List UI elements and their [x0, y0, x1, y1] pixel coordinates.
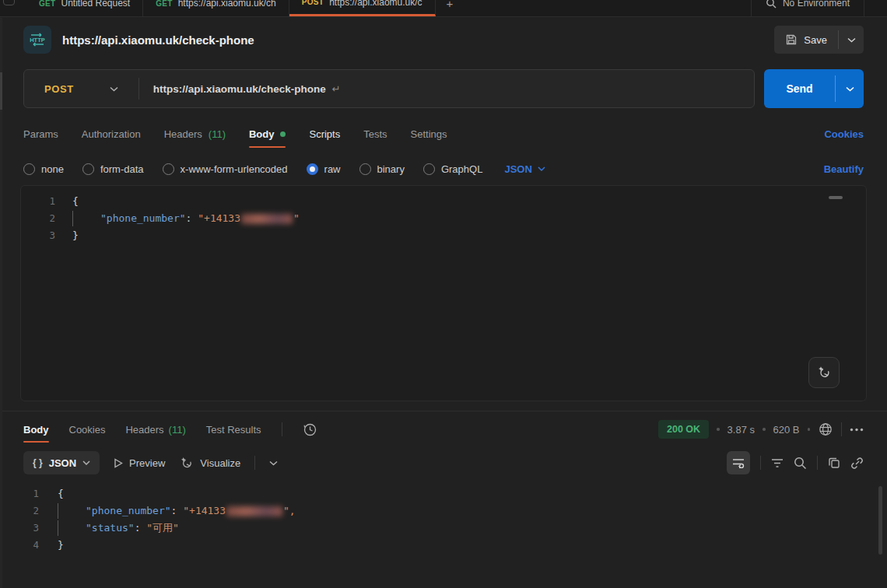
search-icon: [766, 0, 777, 9]
indent-guide: [58, 503, 58, 519]
headers-count-badge: (11): [209, 128, 226, 140]
body-type-graphql[interactable]: GraphQL: [423, 163, 482, 175]
raw-language-value: JSON: [504, 163, 531, 175]
radio-icon: [23, 163, 35, 175]
code-token: }: [58, 539, 64, 551]
postbot-button[interactable]: [808, 357, 840, 388]
raw-language-select[interactable]: JSON: [504, 163, 545, 175]
tab-body-active[interactable]: Body: [249, 115, 286, 152]
response-tab-body[interactable]: Body: [23, 424, 49, 436]
body-type-urlencoded[interactable]: x-www-form-urlencoded: [163, 163, 288, 175]
preview-button[interactable]: Preview: [114, 457, 165, 469]
visualize-label: Visualize: [200, 457, 240, 469]
tab-scripts[interactable]: Scripts: [309, 115, 340, 152]
response-body-editor[interactable]: 1 { 2 "phone_number": "+14133", 3 "statu…: [0, 478, 887, 554]
send-button[interactable]: Send: [764, 69, 835, 108]
response-tab-headers[interactable]: Headers (11): [125, 424, 185, 436]
tab-authorization[interactable]: Authorization: [82, 115, 141, 152]
response-tab-test-results[interactable]: Test Results: [206, 424, 261, 436]
meta-divider: [841, 422, 842, 436]
editor-scrollbar-handle[interactable]: [829, 196, 843, 199]
svg-text:HTTP: HTTP: [30, 37, 45, 44]
body-type-raw-selected[interactable]: raw: [307, 163, 341, 175]
tab-params[interactable]: Params: [23, 115, 58, 152]
body-has-content-dot: [280, 131, 286, 137]
line-number: 1: [21, 193, 55, 210]
body-type-row: none form-data x-www-form-urlencoded raw…: [0, 152, 887, 185]
environment-selector[interactable]: No Environment: [751, 0, 864, 16]
url-input[interactable]: https://api.xiaomu.uk/check-phone↵: [153, 83, 341, 95]
tab-settings[interactable]: Settings: [411, 115, 447, 152]
response-scrollbar[interactable]: [878, 486, 882, 555]
preview-play-icon: [114, 458, 123, 468]
icons-divider: [760, 456, 761, 470]
code-token: }: [72, 229, 79, 241]
copy-icon[interactable]: [828, 457, 840, 469]
request-config-tabs: Params Authorization Headers (11) Body S…: [0, 115, 887, 152]
toolbar-divider: [282, 422, 282, 436]
network-globe-icon[interactable]: [818, 422, 833, 437]
save-options-chevron-down-icon[interactable]: [839, 26, 864, 54]
visualize-button[interactable]: Visualize: [179, 456, 240, 471]
body-type-label: binary: [377, 163, 405, 175]
response-headers-label: Headers: [125, 424, 163, 436]
line-number: 2: [21, 210, 55, 227]
response-view-row: { } JSON Preview: [0, 447, 887, 478]
line-number: 3: [21, 227, 55, 244]
topbar-right-edge: [864, 0, 887, 16]
sidebar-toggle-icon[interactable]: [3, 0, 15, 5]
body-type-form-data[interactable]: form-data: [82, 163, 144, 175]
view-options-chevron-down-icon[interactable]: [269, 460, 278, 466]
method-chevron-down-icon[interactable]: [110, 86, 118, 92]
url-enter-glyph: ↵: [332, 83, 341, 95]
request-body-editor[interactable]: 1 { 2 "phone_number": "+14133" 3 }: [20, 185, 867, 401]
braces-icon: { }: [33, 457, 43, 468]
response-time[interactable]: 3.87 s: [727, 424, 755, 436]
status-badge[interactable]: 200 OK: [658, 420, 709, 439]
filter-icon[interactable]: [771, 458, 784, 468]
request-title: https://api.xiaomu.uk/check-phone: [62, 33, 254, 47]
request-tab-1[interactable]: GET Untitled Request: [26, 0, 143, 16]
response-action-icons: [727, 451, 864, 474]
separator-dot: [763, 428, 766, 431]
response-format-select[interactable]: { } JSON: [23, 451, 100, 474]
redacted-phone-digits: [241, 214, 293, 224]
word-wrap-toggle[interactable]: [727, 451, 750, 474]
tab-tests[interactable]: Tests: [363, 115, 387, 152]
send-options-chevron-down-icon[interactable]: [836, 69, 864, 108]
tab-headers[interactable]: Headers (11): [164, 115, 226, 152]
search-response-icon[interactable]: [794, 457, 807, 470]
save-button[interactable]: Save: [774, 26, 838, 54]
radio-icon: [82, 163, 94, 175]
body-type-binary[interactable]: binary: [359, 163, 405, 175]
environment-label: No Environment: [783, 0, 850, 9]
sidebar-scroll-handle[interactable]: [0, 72, 2, 110]
new-tab-button[interactable]: +: [436, 0, 465, 16]
url-row: POST https://api.xiaomu.uk/check-phone↵ …: [0, 62, 887, 115]
view-divider: [254, 456, 255, 470]
request-tab-2[interactable]: GET https://api.xiaomu.uk/ch: [143, 0, 289, 16]
body-type-label: x-www-form-urlencoded: [181, 163, 288, 175]
save-button-label: Save: [804, 34, 827, 46]
method-selector-value[interactable]: POST: [44, 83, 74, 95]
tab-title: https://api.xiaomu.uk/ch: [178, 0, 276, 9]
response-size[interactable]: 620 B: [773, 424, 800, 436]
code-line: 3 "status": "可用": [0, 520, 887, 537]
body-type-none[interactable]: none: [23, 163, 64, 175]
cookies-link[interactable]: Cookies: [824, 115, 864, 152]
code-token: {: [72, 195, 79, 207]
icons-divider: [817, 456, 818, 470]
response-tab-cookies[interactable]: Cookies: [69, 424, 106, 436]
tab-body-label: Body: [249, 128, 275, 140]
link-icon[interactable]: [850, 457, 864, 470]
request-tab-3-active[interactable]: POST https://api.xiaomu.uk/c: [289, 0, 436, 16]
radio-icon: [423, 163, 435, 175]
tab-method-badge: GET: [39, 0, 55, 8]
code-line: 2 "phone_number": "+14133": [21, 210, 866, 227]
tab-title: https://api.xiaomu.uk/c: [329, 0, 422, 8]
beautify-link[interactable]: Beautify: [824, 163, 864, 175]
body-type-label: GraphQL: [441, 163, 482, 175]
url-input-container: POST https://api.xiaomu.uk/check-phone↵: [23, 69, 755, 108]
response-history-clock-icon[interactable]: [303, 422, 317, 437]
response-options-ellipsis-icon[interactable]: [850, 428, 864, 432]
